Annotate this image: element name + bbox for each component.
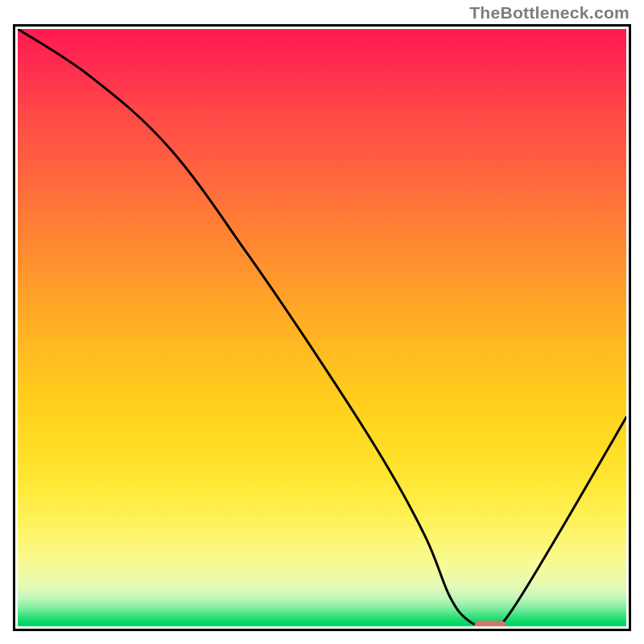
plot-frame (13, 24, 631, 631)
watermark-text: TheBottleneck.com (469, 3, 630, 23)
current-position-marker (474, 621, 506, 626)
bottleneck-curve (18, 29, 626, 626)
plot-area (18, 29, 626, 626)
